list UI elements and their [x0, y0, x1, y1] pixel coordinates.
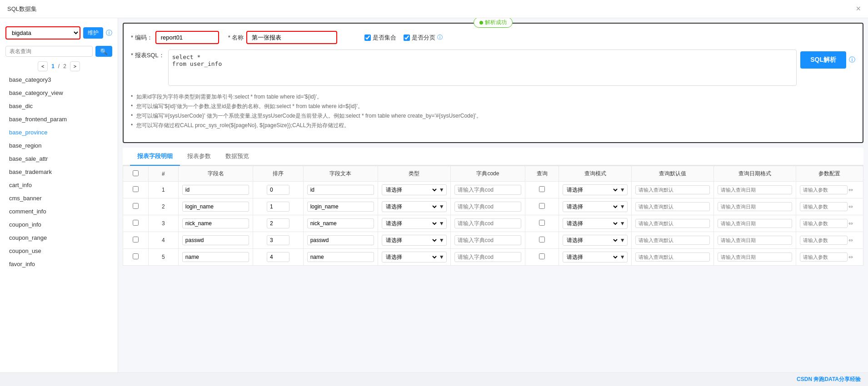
row-checkbox[interactable] [133, 220, 139, 226]
row-query-checkbox[interactable] [539, 220, 545, 226]
row-dateformat[interactable] [718, 236, 792, 245]
sidebar-table-item[interactable]: cart_info [0, 178, 118, 192]
sidebar-table-item[interactable]: comment_info [0, 205, 118, 218]
sidebar-table-item[interactable]: cms_banner [0, 192, 118, 205]
row-fieldname[interactable] [182, 218, 249, 228]
row-fieldname[interactable] [182, 235, 249, 245]
sidebar-table-item[interactable]: base_province [0, 126, 118, 139]
row-fieldtext[interactable] [307, 235, 374, 245]
row-paramconfig[interactable] [800, 219, 848, 228]
table-row: 3 请选择 ▼ 请选择 ▼ ⇔ [123, 215, 863, 232]
drag-icon[interactable]: ⇔ [848, 237, 853, 243]
paginate-checkbox[interactable] [404, 35, 410, 41]
row-type-select[interactable]: 请选择 [384, 220, 438, 227]
sidebar-table-item[interactable]: base_trademark [0, 165, 118, 178]
row-fieldtext[interactable] [307, 185, 374, 195]
row-fieldtext[interactable] [307, 252, 374, 262]
row-query-checkbox[interactable] [539, 203, 545, 209]
row-sort[interactable] [267, 185, 289, 195]
code-input[interactable] [155, 31, 219, 44]
close-button[interactable]: × [856, 4, 861, 14]
row-querydefault[interactable] [635, 185, 710, 194]
maintain-button[interactable]: 维护 [83, 27, 103, 39]
row-fieldtext[interactable] [307, 202, 374, 212]
row-sort[interactable] [267, 202, 289, 212]
row-sort[interactable] [267, 252, 289, 262]
sidebar-table-item[interactable]: base_frontend_param [0, 113, 118, 126]
row-fieldname[interactable] [182, 202, 249, 212]
row-checkbox[interactable] [133, 203, 139, 209]
row-dateformat[interactable] [718, 219, 792, 228]
tab-1[interactable]: 报表参数 [180, 148, 218, 166]
row-type-select[interactable]: 请选择 [384, 237, 438, 244]
row-query-checkbox[interactable] [539, 186, 545, 192]
prev-page-button[interactable]: < [38, 61, 48, 71]
row-type-select[interactable]: 请选择 [384, 253, 438, 261]
sidebar-table-item[interactable]: base_region [0, 139, 118, 152]
row-dictcode[interactable] [454, 218, 522, 228]
row-fieldname[interactable] [182, 185, 249, 195]
drag-icon[interactable]: ⇔ [848, 254, 853, 260]
sidebar-table-item[interactable]: coupon_range [0, 231, 118, 244]
row-query-checkbox[interactable] [539, 253, 545, 259]
table-row: 1 请选择 ▼ 请选择 ▼ ⇔ [123, 182, 863, 198]
row-dictcode[interactable] [454, 185, 522, 195]
row-paramconfig[interactable] [800, 252, 848, 262]
select-all-checkbox[interactable] [133, 170, 139, 176]
row-dateformat[interactable] [718, 185, 792, 194]
row-querydefault[interactable] [635, 219, 710, 228]
row-dictcode[interactable] [454, 235, 522, 245]
row-querydefault[interactable] [635, 202, 710, 211]
row-paramconfig[interactable] [800, 202, 848, 211]
row-checkbox[interactable] [133, 186, 139, 192]
row-query-checkbox[interactable] [539, 237, 545, 242]
row-dictcode[interactable] [454, 252, 522, 262]
row-dictcode[interactable] [454, 202, 522, 212]
row-querymode-select[interactable]: 请选择 [565, 237, 619, 244]
info-icon[interactable]: ⓘ [106, 29, 112, 37]
row-checkbox[interactable] [133, 253, 139, 259]
row-querymode-select[interactable]: 请选择 [565, 253, 619, 261]
sidebar-table-item[interactable]: coupon_info [0, 218, 118, 231]
row-checkbox[interactable] [133, 237, 139, 242]
tab-2[interactable]: 数据预览 [218, 148, 256, 166]
row-querydefault[interactable] [635, 236, 710, 245]
table-list: base_category3base_category_viewbase_dic… [0, 73, 118, 368]
row-querydefault[interactable] [635, 252, 710, 262]
search-input[interactable] [5, 46, 93, 57]
drag-icon[interactable]: ⇔ [848, 187, 853, 193]
row-fieldname[interactable] [182, 252, 249, 262]
row-querymode-select[interactable]: 请选择 [565, 186, 619, 193]
sidebar-table-item[interactable]: base_dic [0, 99, 118, 113]
row-type-select[interactable]: 请选择 [384, 186, 438, 193]
col-header-dictcode: 字典code [450, 166, 525, 182]
sidebar-table-item[interactable]: base_category3 [0, 73, 118, 86]
row-paramconfig[interactable] [800, 236, 848, 245]
row-querymode-select[interactable]: 请选择 [565, 203, 619, 210]
row-type-select[interactable]: 请选择 [384, 203, 438, 210]
aggregate-checkbox[interactable] [364, 35, 371, 41]
row-querymode-select[interactable]: 请选择 [565, 220, 619, 227]
sql-parse-button[interactable]: SQL解析 [800, 51, 846, 69]
sql-textarea[interactable]: select * from user_info [168, 49, 797, 86]
row-dateformat[interactable] [718, 252, 792, 262]
sidebar-table-item[interactable]: base_category_view [0, 86, 118, 99]
database-select[interactable]: bigdata [5, 26, 80, 40]
tab-0[interactable]: 报表字段明细 [130, 148, 180, 166]
search-button[interactable]: 🔍 [95, 46, 112, 57]
sql-parse-info-icon[interactable]: ⓘ [849, 56, 855, 64]
sidebar-table-item[interactable]: coupon_use [0, 244, 118, 257]
next-page-button[interactable]: > [70, 61, 80, 71]
row-fieldtext[interactable] [307, 218, 374, 228]
sidebar-table-item[interactable]: favor_info [0, 257, 118, 271]
row-dateformat[interactable] [718, 202, 792, 211]
row-sort[interactable] [267, 235, 289, 245]
sidebar-table-item[interactable]: base_sale_attr [0, 152, 118, 165]
page-separator: / [58, 63, 60, 69]
paginate-info-icon[interactable]: ⓘ [437, 34, 443, 41]
name-input[interactable] [246, 31, 337, 44]
row-paramconfig[interactable] [800, 185, 848, 194]
row-sort[interactable] [267, 218, 289, 228]
drag-icon[interactable]: ⇔ [848, 203, 853, 210]
drag-icon[interactable]: ⇔ [848, 220, 853, 227]
